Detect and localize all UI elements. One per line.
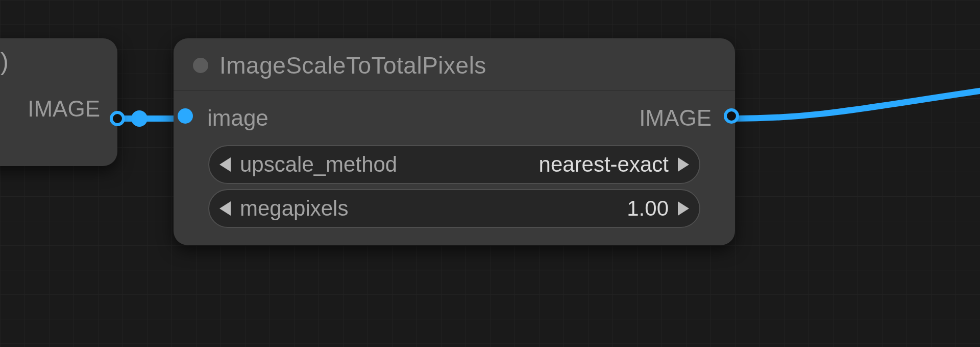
collapse-toggle-icon[interactable] — [193, 58, 208, 73]
chevron-left-icon[interactable] — [219, 201, 231, 216]
chevron-left-icon[interactable] — [219, 157, 231, 172]
chevron-right-icon[interactable] — [678, 201, 689, 216]
input-slot-label: image — [207, 105, 268, 131]
node-image-scale-to-total-pixels[interactable]: ImageScaleToTotalPixels image IMAGE upsc… — [174, 38, 735, 245]
output-port-image[interactable] — [724, 108, 739, 124]
widget-value[interactable]: 1.00 — [627, 196, 669, 221]
widget-name: upscale_method — [240, 152, 397, 177]
node-body: image IMAGE upscale_method nearest-exact… — [174, 91, 735, 248]
output-slot-label: IMAGE — [28, 96, 100, 122]
input-port-image[interactable] — [178, 108, 193, 124]
output-port-image[interactable] — [110, 111, 125, 126]
node-header[interactable]: ImageScaleToTotalPixels — [174, 38, 735, 91]
node-title-fragment: Model) — [0, 48, 9, 75]
widget-upscale-method[interactable]: upscale_method nearest-exact — [208, 145, 700, 184]
chevron-right-icon[interactable] — [678, 157, 689, 172]
widget-megapixels[interactable]: megapixels 1.00 — [208, 189, 700, 228]
node-upscale-model[interactable]: Model) IMAGE — [0, 38, 117, 166]
widget-value[interactable]: nearest-exact — [539, 152, 669, 177]
widget-name: megapixels — [240, 196, 348, 221]
node-title: ImageScaleToTotalPixels — [219, 52, 486, 79]
output-slot-label: IMAGE — [639, 105, 712, 131]
